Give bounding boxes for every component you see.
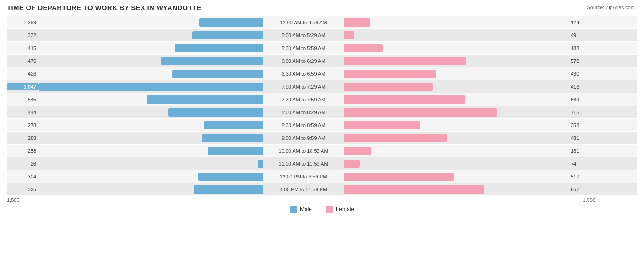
female-bar-wrap xyxy=(344,18,568,27)
female-bar xyxy=(344,147,371,155)
data-row: 4766:00 AM to 6:29 AM570 xyxy=(7,55,637,67)
male-value: 444 xyxy=(7,110,39,115)
male-value: 545 xyxy=(7,97,39,102)
male-bar-wrap xyxy=(39,173,263,181)
male-bar xyxy=(175,44,263,52)
bars-area: 29912:00 AM to 4:59 AM1243325:00 AM to 5… xyxy=(7,16,637,195)
axis-row: 1,5001,500 xyxy=(7,197,637,203)
male-bar-wrap xyxy=(39,44,263,52)
female-bar-wrap xyxy=(344,57,568,65)
time-label: 7:00 AM to 7:29 AM xyxy=(263,84,344,89)
female-value: 570 xyxy=(568,58,595,64)
female-bar xyxy=(344,121,420,129)
time-label: 8:00 AM to 8:29 AM xyxy=(263,110,344,115)
data-row: 2611:00 AM to 11:59 AM74 xyxy=(7,157,637,170)
time-label: 8:30 AM to 8:59 AM xyxy=(263,123,344,128)
female-bar-wrap xyxy=(344,134,568,142)
legend-male: Male xyxy=(290,206,312,213)
female-bar xyxy=(344,173,454,181)
female-value: 183 xyxy=(568,45,595,51)
male-bar-wrap xyxy=(39,160,263,168)
male-value: 1,047 xyxy=(7,83,39,90)
time-label: 12:00 PM to 3:59 PM xyxy=(263,174,344,179)
male-bar-wrap xyxy=(39,70,263,78)
legend-female: Female xyxy=(326,206,354,213)
female-bar xyxy=(344,95,465,104)
data-row: 25810:00 AM to 10:59 AM131 xyxy=(7,145,637,157)
male-bar-wrap xyxy=(39,121,263,129)
female-value: 49 xyxy=(568,33,595,38)
male-bar xyxy=(199,18,263,27)
male-bar-wrap xyxy=(39,95,263,104)
male-legend-label: Male xyxy=(300,206,312,212)
time-label: 5:30 AM to 5:59 AM xyxy=(263,45,344,51)
source-label: Source: ZipAtlas.com xyxy=(587,5,635,10)
female-bar-wrap xyxy=(344,108,568,117)
male-bar-wrap xyxy=(39,31,263,39)
male-bar xyxy=(258,160,263,168)
female-value: 715 xyxy=(568,110,595,115)
bottom-section: 1,5001,500 Male Female xyxy=(7,197,637,213)
male-value: 258 xyxy=(7,148,39,154)
male-value: 299 xyxy=(7,20,39,25)
male-bar-wrap xyxy=(39,18,263,27)
female-bar xyxy=(344,160,360,168)
female-bar-wrap xyxy=(344,95,568,104)
time-label: 11:00 AM to 11:59 AM xyxy=(263,161,344,167)
male-bar xyxy=(172,70,263,78)
male-value: 332 xyxy=(7,33,39,38)
female-bar xyxy=(344,185,484,194)
time-label: 6:30 AM to 6:59 AM xyxy=(263,71,344,77)
female-value: 131 xyxy=(568,148,595,154)
female-bar-wrap xyxy=(344,147,568,155)
female-bar-wrap xyxy=(344,83,568,91)
male-bar-wrap xyxy=(39,134,263,142)
female-bar-wrap xyxy=(344,121,568,129)
male-bar-wrap xyxy=(39,57,263,65)
time-label: 6:00 AM to 6:29 AM xyxy=(263,58,344,64)
female-bar-wrap xyxy=(344,160,568,168)
male-bar xyxy=(194,185,263,194)
male-value: 415 xyxy=(7,45,39,51)
female-value: 481 xyxy=(568,135,595,141)
time-label: 4:00 PM to 11:59 PM xyxy=(263,187,344,192)
male-bar-wrap xyxy=(39,147,263,155)
time-label: 10:00 AM to 10:59 AM xyxy=(263,148,344,154)
data-row: 4155:30 AM to 5:59 AM183 xyxy=(7,42,637,54)
female-bar-wrap xyxy=(344,44,568,52)
time-label: 5:00 AM to 5:29 AM xyxy=(263,33,344,38)
male-bar-wrap xyxy=(39,185,263,194)
data-row: 5457:30 AM to 7:59 AM569 xyxy=(7,93,637,106)
male-bar xyxy=(147,95,263,104)
data-row: 4266:30 AM to 6:59 AM430 xyxy=(7,67,637,80)
female-bar xyxy=(344,108,497,117)
male-bar xyxy=(161,57,263,65)
data-row: 30412:00 PM to 3:59 PM517 xyxy=(7,170,637,183)
axis-label-right: 1,500 xyxy=(344,197,595,203)
female-bar-wrap xyxy=(344,70,568,78)
male-value: 304 xyxy=(7,174,39,179)
header: TIME OF DEPARTURE TO WORK BY SEX IN WYAN… xyxy=(7,4,637,13)
female-bar-wrap xyxy=(344,173,568,181)
female-bar xyxy=(344,134,447,142)
male-bar xyxy=(192,31,263,39)
male-bar xyxy=(168,108,263,117)
male-value: 288 xyxy=(7,135,39,141)
male-bar xyxy=(198,173,263,181)
data-row: 3254:00 PM to 11:59 PM657 xyxy=(7,183,637,195)
female-bar xyxy=(344,31,354,39)
male-bar-wrap xyxy=(39,83,263,91)
male-value: 426 xyxy=(7,71,39,77)
female-bar xyxy=(344,18,370,27)
legend: Male Female xyxy=(7,206,637,213)
male-value: 26 xyxy=(7,161,39,167)
female-value: 569 xyxy=(568,97,595,102)
male-bar xyxy=(202,134,263,142)
data-row: 3325:00 AM to 5:29 AM49 xyxy=(7,29,637,41)
axis-label-left: 1,500 xyxy=(7,197,263,203)
female-bar xyxy=(344,44,383,52)
time-label: 7:30 AM to 7:59 AM xyxy=(263,97,344,102)
female-value: 124 xyxy=(568,20,595,25)
data-row: 29912:00 AM to 4:59 AM124 xyxy=(7,16,637,28)
male-bar xyxy=(204,121,263,129)
